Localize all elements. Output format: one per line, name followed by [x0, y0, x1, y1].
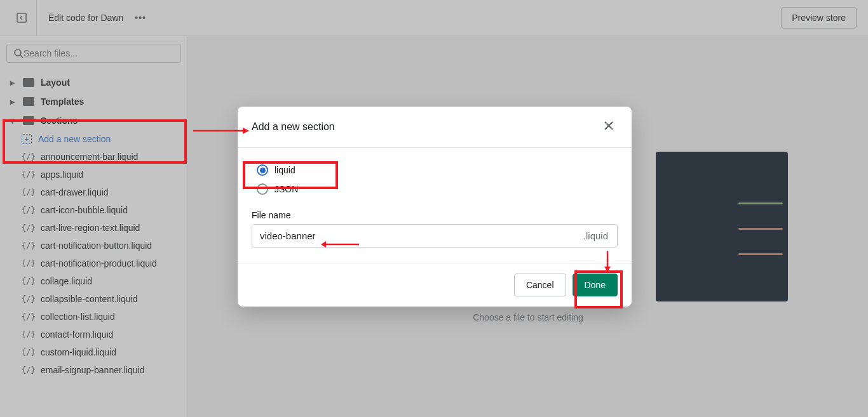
radio-icon — [257, 164, 268, 176]
close-button[interactable] — [600, 118, 618, 136]
add-section-modal: Add a new section liquid JSON File name … — [238, 107, 632, 307]
modal-header: Add a new section — [238, 107, 632, 148]
cancel-button[interactable]: Cancel — [514, 274, 566, 296]
modal-title: Add a new section — [252, 121, 335, 133]
radio-label: liquid — [275, 165, 295, 175]
radio-icon — [257, 183, 268, 195]
modal-footer: Cancel Done — [238, 263, 632, 307]
filename-extension: .liquid — [574, 225, 617, 247]
filename-label: File name — [252, 210, 618, 220]
filename-field: .liquid — [252, 224, 618, 248]
radio-label: JSON — [275, 184, 298, 194]
radio-json[interactable]: JSON — [252, 180, 618, 199]
file-type-radio-group: liquid JSON — [252, 161, 618, 199]
radio-liquid[interactable]: liquid — [252, 161, 618, 180]
filename-input[interactable] — [252, 225, 574, 247]
close-icon — [603, 120, 614, 131]
done-button[interactable]: Done — [573, 274, 618, 296]
modal-body: liquid JSON File name .liquid — [238, 148, 632, 263]
